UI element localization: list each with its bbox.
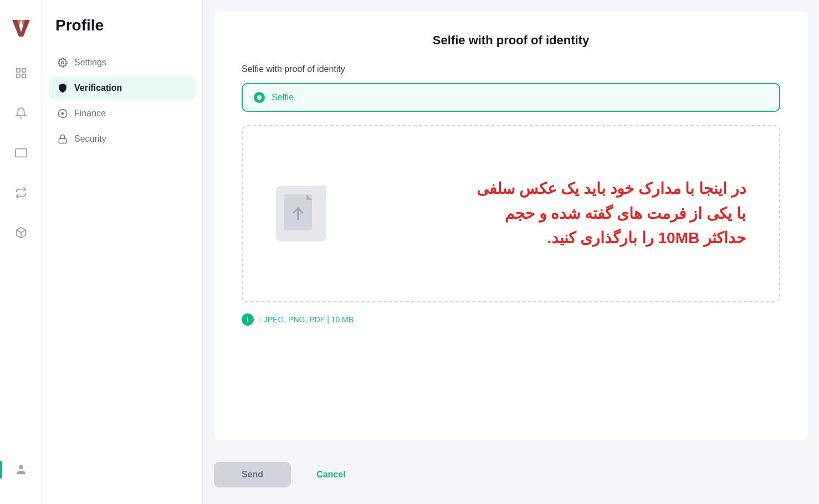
section-label: Selfie with proof of identity — [242, 64, 780, 74]
svg-rect-6 — [16, 74, 19, 78]
grid-icon[interactable] — [9, 61, 33, 85]
user-icon[interactable] — [9, 457, 33, 482]
sidebar-item-label: Security — [74, 134, 106, 144]
file-formats-text: : JPEG, PNG, PDF | 10 MB — [259, 315, 354, 324]
upload-icon — [281, 192, 320, 236]
icon-rail — [0, 0, 42, 504]
panel-title: Selfie with proof of identity — [242, 33, 780, 48]
rail-icons — [9, 55, 33, 457]
svg-rect-5 — [22, 74, 25, 78]
send-button[interactable]: Send — [214, 462, 291, 487]
sidebar-item-security[interactable]: Security — [49, 127, 196, 151]
logo-area — [0, 11, 42, 55]
gear-icon — [58, 58, 68, 68]
selfie-radio-option[interactable]: Selfie — [242, 83, 780, 112]
sidebar: Profile Settings Verification $ Finance … — [42, 0, 203, 504]
upload-instructions-fa: در اینجا با مدارک خود باید یک عکس سلفی ب… — [469, 177, 746, 251]
sidebar-item-verification[interactable]: Verification — [49, 76, 196, 100]
wallet-icon[interactable] — [9, 141, 33, 165]
bell-icon[interactable] — [9, 101, 33, 125]
upload-icon-wrapper — [276, 186, 326, 241]
app-logo — [10, 17, 32, 39]
sidebar-title: Profile — [42, 17, 202, 51]
cancel-button[interactable]: Cancel — [300, 462, 362, 487]
content-panel: Selfie with proof of identity Selfie wit… — [214, 11, 808, 440]
radio-label: Selfie — [272, 92, 294, 102]
main-content: Selfie with proof of identity Selfie wit… — [203, 0, 819, 504]
svg-rect-3 — [16, 69, 19, 72]
radio-dot — [254, 92, 265, 103]
svg-rect-4 — [22, 69, 25, 72]
svg-rect-14 — [59, 138, 66, 143]
sidebar-nav: Settings Verification $ Finance Security — [42, 51, 202, 151]
svg-point-10 — [62, 61, 64, 64]
cube-icon[interactable] — [9, 220, 33, 245]
sidebar-item-finance[interactable]: $ Finance — [49, 102, 196, 125]
sidebar-item-settings[interactable]: Settings — [49, 51, 196, 74]
file-info: i : JPEG, PNG, PDF | 10 MB — [242, 313, 780, 326]
sidebar-item-label: Settings — [74, 58, 106, 68]
shield-icon — [58, 83, 68, 93]
svg-point-9 — [19, 465, 23, 469]
footer-buttons: Send Cancel — [203, 451, 819, 504]
sidebar-item-label: Finance — [74, 109, 106, 119]
upload-area[interactable]: در اینجا با مدارک خود باید یک عکس سلفی ب… — [242, 125, 780, 302]
svg-marker-0 — [12, 20, 30, 37]
rail-bottom — [9, 457, 33, 493]
dollar-icon: $ — [58, 109, 68, 119]
sidebar-item-label: Verification — [74, 83, 122, 93]
upload-icon-bg — [276, 186, 326, 241]
transfer-icon[interactable] — [9, 181, 33, 205]
svg-rect-7 — [15, 149, 26, 157]
info-icon: i — [242, 313, 254, 326]
lock-icon — [58, 134, 68, 144]
